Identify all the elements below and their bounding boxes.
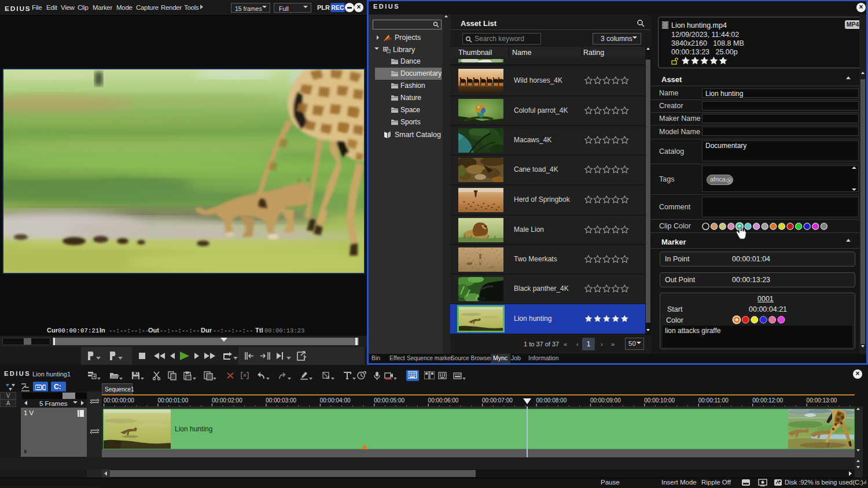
svg-text:00:00:06:00: 00:00:06:00 — [428, 397, 459, 404]
svg-text:00:00:08:00: 00:00:08:00 — [536, 397, 567, 404]
svg-text:00:00:04:00: 00:00:04:00 — [320, 397, 351, 404]
svg-text:00:00:11:00: 00:00:11:00 — [698, 397, 729, 404]
svg-text:00:00:03:00: 00:00:03:00 — [266, 397, 296, 404]
svg-text:00:00:07:00: 00:00:07:00 — [482, 397, 513, 404]
svg-text:00:00:10:00: 00:00:10:00 — [644, 397, 675, 404]
svg-text:00:00:09:00: 00:00:09:00 — [590, 397, 621, 404]
svg-text:00:00:05:00: 00:00:05:00 — [374, 397, 404, 404]
svg-text:00:00:02:00: 00:00:02:00 — [212, 397, 242, 404]
svg-text:00:00:12:00: 00:00:12:00 — [752, 397, 783, 404]
svg-text:00:00:00:00: 00:00:00:00 — [104, 397, 134, 404]
svg-text:00:00:01:00: 00:00:01:00 — [157, 397, 188, 404]
svg-text:00:00:13:00: 00:00:13:00 — [807, 397, 837, 404]
